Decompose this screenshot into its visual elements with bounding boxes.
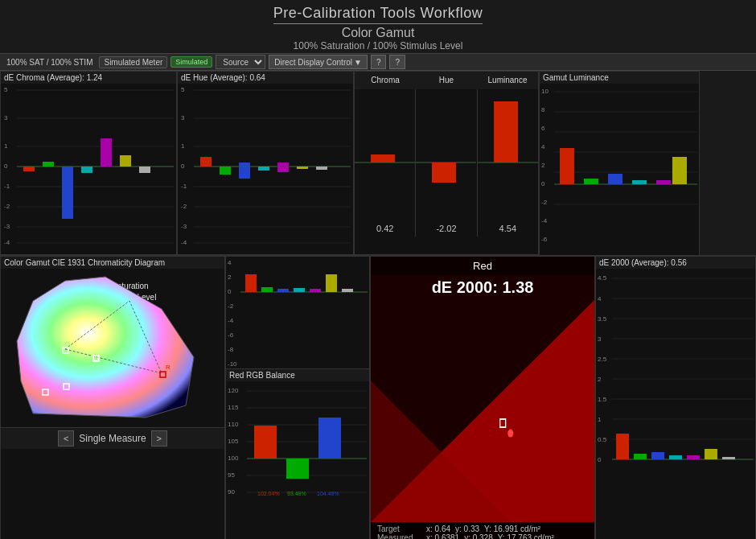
info-btn[interactable]: ? xyxy=(389,55,405,69)
svg-text:5: 5 xyxy=(181,86,185,93)
svg-rect-22 xyxy=(139,167,150,173)
svg-text:-4: -4 xyxy=(228,317,234,324)
svg-rect-99 xyxy=(342,289,353,292)
svg-text:0: 0 xyxy=(541,180,545,187)
svg-text:0.5: 0.5 xyxy=(598,436,607,443)
svg-text:104.48%: 104.48% xyxy=(317,491,339,496)
measured-label: Measured xyxy=(377,533,421,539)
svg-rect-147 xyxy=(651,452,664,459)
svg-text:10: 10 xyxy=(541,88,549,95)
svg-text:-4: -4 xyxy=(181,239,187,246)
measured-Y: Y: 17.763 cd/m² xyxy=(498,533,554,539)
svg-rect-68 xyxy=(560,148,574,184)
svg-text:-8: -8 xyxy=(228,346,234,353)
simulated-badge: Simulated xyxy=(171,56,212,68)
measured-x: x: 0.6381 xyxy=(426,533,459,539)
red-panel-title: Red xyxy=(371,257,594,275)
svg-rect-150 xyxy=(705,449,717,459)
svg-text:-1: -1 xyxy=(181,183,187,190)
charts-top-row: dE Chroma (Average): 1.24 5 3 1 0 -1 -2 … xyxy=(0,71,756,256)
svg-text:93.48%: 93.48% xyxy=(287,491,306,496)
svg-rect-145 xyxy=(616,434,629,459)
de-chroma-panel: dE Chroma (Average): 1.24 5 3 1 0 -1 -2 … xyxy=(0,71,177,255)
svg-rect-116 xyxy=(318,418,341,459)
svg-rect-115 xyxy=(286,459,309,479)
svg-text:-3: -3 xyxy=(4,223,10,230)
svg-text:120: 120 xyxy=(228,387,239,394)
rgb-balance-chart: 120 115 110 105 100 95 90 xyxy=(226,381,371,498)
single-measure-next-btn[interactable]: > xyxy=(151,430,167,446)
svg-text:4: 4 xyxy=(228,259,232,266)
chroma-header: Chroma xyxy=(355,72,416,89)
svg-rect-148 xyxy=(669,455,682,459)
main-content: dE Chroma (Average): 1.24 5 3 1 0 -1 -2 … xyxy=(0,71,756,539)
de2000-title: dE 2000 (Average): 0.56 xyxy=(596,257,755,269)
red-body-svg xyxy=(371,300,594,522)
target-Y: Y: 16.991 cd/m² xyxy=(484,525,540,533)
help-btn[interactable]: ? xyxy=(371,55,387,69)
gamut-luminance-title: Gamut Luminance xyxy=(540,72,699,84)
svg-rect-47 xyxy=(371,154,395,163)
svg-text:0: 0 xyxy=(4,163,8,170)
svg-rect-20 xyxy=(101,138,112,167)
svg-text:1: 1 xyxy=(4,142,8,150)
direct-display-btn[interactable]: Direct Display Control ▼ xyxy=(269,55,368,69)
svg-text:102.04%: 102.04% xyxy=(257,491,280,496)
svg-text:1: 1 xyxy=(598,416,602,423)
svg-rect-42 xyxy=(258,167,269,171)
svg-rect-21 xyxy=(120,155,131,167)
de-hue-panel: dE Hue (Average): 0.64 5 3 1 0 -1 -2 -3 … xyxy=(177,71,354,255)
svg-rect-151 xyxy=(722,457,735,459)
svg-text:1.5: 1.5 xyxy=(598,396,607,403)
red-panel-body xyxy=(371,300,594,522)
red-display-panel: Red dE 2000: 1.38 xyxy=(370,256,595,539)
page-sub2: 100% Saturation / 100% Stimulus Level xyxy=(0,40,756,51)
svg-text:-2: -2 xyxy=(4,203,10,210)
page-header: Pre-Calibration Tools Workflow Color Gam… xyxy=(0,0,756,53)
svg-text:-4: -4 xyxy=(4,239,10,246)
svg-text:2: 2 xyxy=(541,162,545,169)
svg-rect-149 xyxy=(687,455,700,459)
gamut-luminance-chart: 10 8 6 4 2 0 -2 -4 -6 xyxy=(540,84,699,249)
svg-text:90: 90 xyxy=(228,488,235,496)
svg-text:-1: -1 xyxy=(4,183,10,190)
chromaticity-title: Color Gamut CIE 1931 Chromaticity Diagra… xyxy=(1,257,224,269)
mid-bottom: Red RGB Balance 120 115 110 105 100 95 9… xyxy=(226,369,369,539)
mid-panel: 4 2 0 -2 -4 -6 -8 -10 xyxy=(225,256,370,539)
mid-top: 4 2 0 -2 -4 -6 -8 -10 xyxy=(226,257,369,369)
svg-rect-146 xyxy=(634,454,647,459)
svg-text:-2: -2 xyxy=(228,302,234,310)
svg-rect-93 xyxy=(245,274,257,292)
svg-rect-70 xyxy=(608,174,622,184)
chroma-value: 0.42 xyxy=(355,224,415,233)
hue-value: -2.02 xyxy=(416,224,476,233)
single-measure-prev-btn[interactable]: < xyxy=(58,430,74,446)
svg-text:110: 110 xyxy=(228,421,239,428)
svg-rect-69 xyxy=(584,179,598,184)
de-chroma-chart: 5 3 1 0 -1 -2 -3 -4 xyxy=(1,84,176,249)
svg-rect-44 xyxy=(297,167,308,169)
chromaticity-panel: Color Gamut CIE 1931 Chromaticity Diagra… xyxy=(0,256,225,539)
svg-text:5: 5 xyxy=(4,86,8,93)
source-select[interactable]: Source xyxy=(216,55,265,69)
svg-rect-43 xyxy=(277,163,289,172)
svg-text:95: 95 xyxy=(228,471,235,479)
de2000-panel: dE 2000 (Average): 0.56 4.5 4 3.5 3 2.5 … xyxy=(596,257,755,539)
chroma-hue-lum-panel: Chroma Hue Luminance 0.42 xyxy=(354,71,539,255)
svg-text:6: 6 xyxy=(541,125,545,132)
svg-text:-10: -10 xyxy=(228,360,237,368)
svg-text:-2: -2 xyxy=(541,199,548,206)
far-right-bottom-panel: dE 2000 (Average): 0.56 4.5 4 3.5 3 2.5 … xyxy=(595,256,756,539)
svg-text:3: 3 xyxy=(181,114,185,121)
svg-text:-6: -6 xyxy=(541,236,548,243)
rgb-balance-title: Red RGB Balance xyxy=(226,369,369,381)
svg-rect-18 xyxy=(62,167,73,219)
svg-text:R: R xyxy=(166,364,171,371)
svg-rect-72 xyxy=(656,180,671,184)
sat-label: 100% SAT / 100% STIM xyxy=(3,57,96,68)
gamut-luminance-top-panel: Gamut Luminance 10 8 6 4 2 0 -2 -4 -6 xyxy=(539,71,700,256)
svg-rect-16 xyxy=(23,167,35,171)
hue-header: Hue xyxy=(416,72,477,89)
de2000-chart: 4.5 4 3.5 3 2.5 2 1.5 1 0.5 0 xyxy=(596,269,755,470)
svg-text:2: 2 xyxy=(598,376,602,383)
